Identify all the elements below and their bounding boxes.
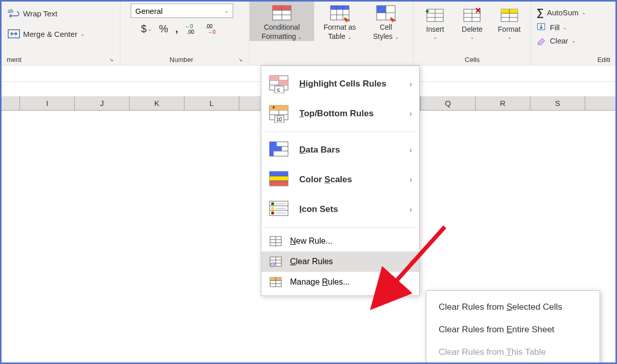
- column-header[interactable]: K: [130, 96, 184, 110]
- chevron-right-icon: ›: [409, 205, 412, 213]
- cell-styles-button[interactable]: Cell Styles ⌄: [365, 2, 406, 41]
- manage-rules-item[interactable]: Manage Rules...: [261, 272, 419, 292]
- chevron-right-icon: ›: [409, 258, 412, 266]
- new-rule-item[interactable]: New Rule...: [261, 231, 419, 251]
- svg-rect-8: [282, 6, 291, 10]
- delete-button[interactable]: Delete ⌄: [458, 4, 486, 40]
- insert-label: Insert: [426, 25, 444, 34]
- number-group: General ⌄ $⌄ % , ←0.00 .00→0 Number ↘: [120, 2, 250, 65]
- fill-button[interactable]: Fill ⌄: [534, 22, 569, 33]
- fill-label: Fill: [550, 23, 560, 32]
- merge-center-button[interactable]: Merge & Center ⌄: [5, 26, 88, 41]
- column-header[interactable]: J: [75, 96, 130, 110]
- column-header[interactable]: I: [20, 96, 75, 110]
- sigma-icon: ∑: [537, 7, 544, 18]
- cells-group: Insert ⌄ Delete ⌄ Format ⌄ Cells: [414, 2, 531, 65]
- number-dialog-launcher[interactable]: ↘: [237, 56, 244, 63]
- wrap-text-button[interactable]: ab Wrap Text: [5, 6, 88, 21]
- format-icon: [498, 5, 521, 25]
- insert-button[interactable]: Insert ⌄: [421, 4, 449, 40]
- chevron-down-icon: ⌄: [470, 34, 474, 41]
- format-button[interactable]: Format ⌄: [495, 4, 524, 40]
- svg-rect-18: [377, 6, 386, 13]
- cf-label-1: Conditional: [264, 23, 300, 32]
- increase-decimal-button[interactable]: ←0.00: [185, 24, 198, 35]
- column-header[interactable]: Q: [421, 96, 476, 110]
- svg-rect-58: [270, 172, 288, 176]
- merge-center-label: Merge & Center: [23, 30, 77, 38]
- svg-text:→0: →0: [208, 29, 216, 35]
- alignment-dialog-launcher[interactable]: ↘: [108, 56, 115, 63]
- column-header[interactable]: L: [184, 96, 239, 110]
- svg-point-67: [271, 207, 274, 210]
- chevron-right-icon: ›: [409, 146, 412, 154]
- clear-rules-selected-cells[interactable]: Clear Rules from Selected Cells: [426, 296, 600, 318]
- column-header[interactable]: S: [530, 96, 585, 110]
- fat-label-2: Table: [328, 32, 345, 40]
- menu-separator: [263, 227, 417, 228]
- color-scales-icon: [269, 170, 290, 189]
- decrease-decimal-button[interactable]: .00→0: [205, 24, 219, 35]
- format-label: Format: [498, 25, 521, 34]
- svg-rect-13: [331, 6, 349, 10]
- autosum-button[interactable]: ∑ AutoSum ⌄: [534, 6, 588, 19]
- manage-rules-icon: [269, 276, 283, 288]
- alignment-group: ab Wrap Text Merge & Center ⌄ ment ↘: [2, 2, 120, 65]
- conditional-formatting-button[interactable]: Conditional Formatting ⌄: [250, 2, 314, 41]
- select-all-corner[interactable]: [2, 96, 20, 110]
- number-group-label: Number: [126, 56, 237, 63]
- ribbon: ab Wrap Text Merge & Center ⌄ ment ↘ Gen…: [2, 2, 615, 66]
- eraser-icon: [537, 36, 547, 45]
- merge-center-icon: [8, 28, 20, 39]
- chevron-down-icon: ⌄: [298, 34, 302, 40]
- icon-sets-icon: [269, 200, 290, 219]
- fat-label-1: Format as: [323, 23, 356, 32]
- fill-icon: [537, 23, 547, 32]
- svg-text:10: 10: [276, 117, 282, 122]
- clear-rules-entire-sheet[interactable]: Clear Rules from Entire Sheet: [426, 318, 600, 341]
- chevron-down-icon: ⌄: [395, 34, 399, 40]
- clear-rules-submenu: Clear Rules from Selected Cells Clear Ru…: [426, 290, 600, 364]
- clear-button[interactable]: Clear ⌄: [534, 35, 578, 46]
- chevron-down-icon: ⌄: [571, 38, 575, 44]
- cs-label-2: Styles: [373, 32, 393, 40]
- cs-label-1: Cell: [380, 23, 392, 32]
- svg-point-66: [271, 202, 274, 205]
- svg-rect-39: [270, 76, 279, 80]
- number-format-value: General: [135, 7, 162, 15]
- svg-rect-60: [270, 181, 288, 186]
- chevron-down-icon: ⌄: [224, 8, 229, 14]
- delete-label: Delete: [462, 25, 482, 34]
- data-bars-item[interactable]: Data Bars ›: [261, 135, 419, 165]
- highlight-rules-icon: ≤: [269, 74, 290, 94]
- chevron-right-icon: ›: [409, 80, 412, 88]
- clear-rules-item[interactable]: Clear Rules ›: [261, 251, 419, 272]
- number-format-select[interactable]: General ⌄: [131, 4, 233, 18]
- styles-group: Conditional Formatting ⌄ Format as Table…: [250, 2, 414, 65]
- comma-format-button[interactable]: ,: [175, 23, 178, 35]
- percent-format-button[interactable]: %: [159, 23, 168, 35]
- wrap-text-icon: ab: [8, 8, 20, 19]
- icon-sets-item[interactable]: Icon Sets ›: [261, 195, 419, 224]
- column-header[interactable]: R: [476, 96, 530, 110]
- svg-text:.00: .00: [187, 29, 194, 35]
- chevron-down-icon: ⌄: [433, 34, 437, 41]
- svg-point-68: [271, 211, 274, 215]
- insert-icon: [424, 5, 446, 25]
- conditional-formatting-menu: ≤ Highlight Cells Rules › 10 Top/Bottom …: [261, 66, 420, 296]
- autosum-label: AutoSum: [547, 8, 579, 17]
- cells-group-label: Cells: [419, 56, 526, 63]
- format-as-table-button[interactable]: Format as Table ⌄: [314, 2, 365, 41]
- top-bottom-rules-item[interactable]: 10 Top/Bottom Rules ›: [261, 99, 419, 129]
- svg-rect-59: [270, 176, 288, 181]
- alignment-group-label: ment: [7, 56, 108, 63]
- color-scales-item[interactable]: Color Scales ›: [261, 165, 419, 195]
- highlight-cells-rules-item[interactable]: ≤ Highlight Cells Rules ›: [261, 69, 419, 99]
- decrease-decimal-icon: .00→0: [205, 24, 219, 35]
- clear-rules-icon: [269, 255, 283, 268]
- cell-styles-icon: [375, 3, 397, 23]
- svg-text:ab: ab: [8, 8, 14, 14]
- chevron-down-icon: ⌄: [507, 34, 511, 41]
- wrap-text-label: Wrap Text: [23, 9, 57, 18]
- accounting-format-button[interactable]: $⌄: [141, 23, 152, 35]
